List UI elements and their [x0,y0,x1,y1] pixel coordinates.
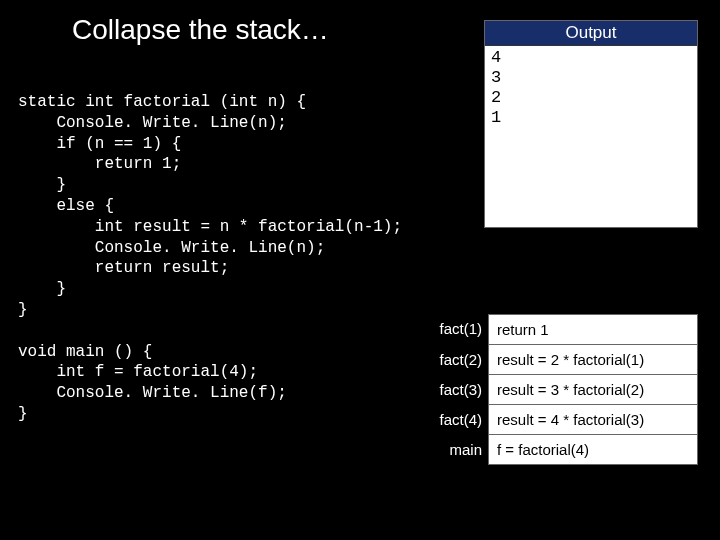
output-body: 4 3 2 1 [485,46,697,130]
output-line: 2 [491,88,691,108]
stack-row: fact(3) result = 3 * factorial(2) [430,375,698,405]
output-line: 1 [491,108,691,128]
stack-frame-value: return 1 [488,314,698,345]
stack-frame-label: fact(3) [430,375,488,405]
output-line: 3 [491,68,691,88]
stack-frame-value: result = 4 * factorial(3) [488,404,698,435]
stack-frame-label: fact(2) [430,345,488,375]
stack-row: fact(1) return 1 [430,314,698,345]
stack-row: main f = factorial(4) [430,435,698,465]
stack-frame-label: main [430,435,488,465]
stack-frame-label: fact(4) [430,405,488,435]
stack-frame-value: result = 3 * factorial(2) [488,374,698,405]
code-listing: static int factorial (int n) { Console. … [18,92,402,425]
slide-title: Collapse the stack… [72,14,329,46]
call-stack: fact(1) return 1 fact(2) result = 2 * fa… [430,314,698,465]
output-panel: Output 4 3 2 1 [484,20,698,228]
stack-frame-value: f = factorial(4) [488,434,698,465]
stack-frame-label: fact(1) [430,314,488,345]
stack-frame-value: result = 2 * factorial(1) [488,344,698,375]
output-line: 4 [491,48,691,68]
stack-row: fact(2) result = 2 * factorial(1) [430,345,698,375]
output-header: Output [485,21,697,46]
stack-row: fact(4) result = 4 * factorial(3) [430,405,698,435]
